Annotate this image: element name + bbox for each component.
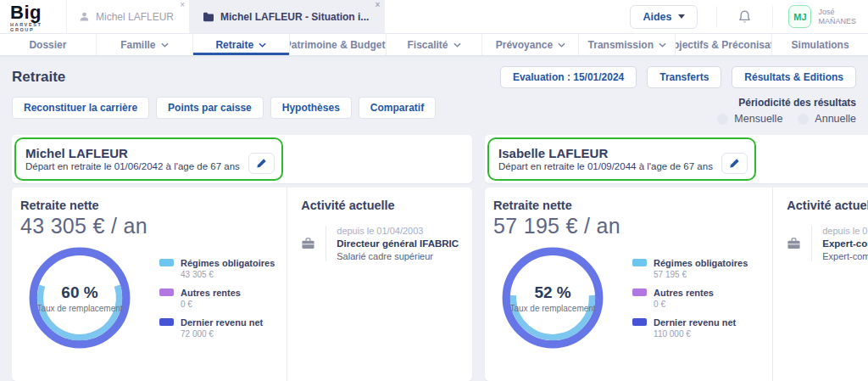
nav-transmission[interactable]: Transmission	[578, 34, 675, 55]
aides-label: Aides	[643, 11, 671, 23]
activity-role: Expert-comptable (CABINET E...	[822, 238, 868, 249]
person-name: Michel LAFLEUR	[25, 146, 240, 161]
user-name: José MAÑANES	[818, 8, 856, 26]
pencil-icon	[256, 158, 267, 169]
chevron-down-icon	[453, 42, 461, 48]
rate-value: 52 %	[534, 283, 570, 302]
replacement-rate-donut: 52 % Taux de remplacement	[500, 245, 605, 350]
rate-caption: Taux de remplacement	[36, 304, 122, 313]
rate-value: 60 %	[61, 283, 97, 302]
pension-title: Retraite nette	[20, 199, 275, 212]
logo-subtext: HARVEST GROUP	[10, 22, 66, 32]
main-nav: Dossier Famille Retraite Patrimoine & Bu…	[0, 34, 868, 56]
avatar[interactable]: MJ	[788, 5, 811, 28]
resultats-editions-button[interactable]: Résultats & Editions	[732, 66, 856, 88]
topbar: Big HARVEST GROUP Michel LAFLEUR × Miche…	[0, 0, 868, 34]
legend-item: Régimes obligatoires 57 195 €	[632, 258, 748, 279]
chevron-down-icon	[678, 14, 685, 19]
person-card-michel: Michel LAFLEUR Départ en retraite le 01/…	[12, 135, 472, 381]
comparatif-button[interactable]: Comparatif	[359, 97, 436, 119]
legend-swatch	[632, 289, 647, 296]
evaluation-button[interactable]: Evaluation : 15/01/2024	[500, 66, 637, 88]
chevron-down-icon	[659, 42, 666, 48]
content: Retraite Evaluation : 15/01/2024 Transfe…	[0, 56, 868, 381]
logo-text: Big	[10, 3, 66, 22]
radio-mensuelle[interactable]: Mensuelle	[717, 113, 782, 125]
close-icon[interactable]: ×	[376, 1, 381, 9]
divider	[811, 226, 812, 261]
aides-button[interactable]: Aides	[630, 5, 698, 29]
folder-icon	[203, 12, 214, 22]
legend-item: Autres rentes 0 €	[159, 288, 275, 309]
person-departure: Départ en retraite le 01/09/2044 à l'age…	[498, 161, 713, 171]
legend-swatch	[159, 289, 174, 296]
donut-legend: Régimes obligatoires 43 305 € Autres ren…	[159, 258, 275, 339]
nav-prevoyance[interactable]: Prévoyance	[481, 34, 578, 55]
tab-client[interactable]: Michel LAFLEUR ×	[66, 0, 190, 33]
legend-swatch	[159, 259, 174, 266]
legend-item: Autres rentes 0 €	[632, 288, 748, 309]
nav-famille[interactable]: Famille	[96, 34, 192, 55]
legend-swatch	[632, 318, 647, 326]
person-name: Isabelle LAFLEUR	[498, 146, 713, 161]
user-menu[interactable]: MJ José MAÑANES	[773, 5, 856, 28]
legend-swatch	[632, 259, 647, 266]
activity-pane: Activité actuelle depuis le 01/04/2003 D…	[287, 188, 472, 381]
periodicity-label: Périodicité des résultats	[717, 97, 856, 109]
close-icon[interactable]: ×	[180, 1, 185, 9]
person-header: Michel LAFLEUR Départ en retraite le 01/…	[12, 135, 472, 183]
nav-simulations[interactable]: Simulations	[771, 34, 868, 55]
activity-status: Expert-comptable	[822, 251, 868, 261]
pension-title: Retraite nette	[493, 199, 760, 212]
rate-caption: Taux de remplacement	[509, 304, 595, 313]
replacement-rate-donut: 60 % Taux de remplacement	[27, 245, 132, 350]
activity-title: Activité actuelle	[301, 199, 459, 212]
nav-dossier[interactable]: Dossier	[0, 34, 96, 55]
radio-annuelle[interactable]: Annuelle	[798, 113, 856, 125]
person-header: Isabelle LAFLEUR Départ en retraite le 0…	[485, 135, 868, 183]
person-selected-box[interactable]: Michel LAFLEUR Départ en retraite le 01/…	[14, 137, 283, 181]
donut-legend: Régimes obligatoires 57 195 € Autres ren…	[632, 258, 748, 339]
bell-icon[interactable]	[737, 9, 752, 25]
page-title: Retraite	[12, 69, 65, 86]
activity-pane: Activité actuelle depuis le 01/02/2010 E…	[772, 188, 868, 381]
nav-objectifs[interactable]: Objectifs & Préconisati..	[675, 34, 771, 55]
nav-fiscalite[interactable]: Fiscalité	[386, 34, 482, 55]
pencil-icon	[729, 158, 740, 169]
tab-client-label: Michel LAFLEUR	[96, 11, 174, 23]
person-icon	[79, 11, 90, 22]
app-logo: Big HARVEST GROUP	[0, 0, 66, 33]
edit-departure-button[interactable]	[721, 153, 748, 174]
activity-status: Salarié cadre supérieur	[337, 251, 459, 261]
radio-circle-icon[interactable]	[717, 114, 728, 125]
reconstituer-carriere-button[interactable]: Reconstituer la carrière	[12, 97, 149, 119]
radio-circle-icon[interactable]	[798, 114, 809, 125]
legend-item: Dernier revenu net 72 000 €	[159, 317, 275, 339]
briefcase-icon	[301, 237, 315, 250]
legend-item: Dernier revenu net 110 000 €	[632, 317, 748, 339]
chevron-down-icon	[161, 42, 169, 48]
points-par-caisse-button[interactable]: Points par caisse	[156, 97, 264, 119]
tab-situation-label: Michel LAFLEUR - Situation i...	[220, 11, 369, 23]
periodicity-block: Périodicité des résultats Mensuelle Annu…	[717, 97, 856, 125]
briefcase-icon	[787, 237, 801, 250]
person-card-isabelle: Isabelle LAFLEUR Départ en retraite le 0…	[485, 135, 868, 381]
pension-pane: Retraite nette 57 195 € / an 52 % Taux d…	[485, 188, 772, 381]
activity-since: depuis le 01/02/2010	[822, 226, 868, 236]
pension-amount: 57 195 € / an	[493, 214, 760, 238]
transferts-button[interactable]: Transferts	[647, 66, 721, 88]
chevron-down-icon	[259, 42, 266, 48]
chevron-down-icon	[558, 42, 565, 48]
legend-swatch	[159, 318, 174, 326]
person-selected-box[interactable]: Isabelle LAFLEUR Départ en retraite le 0…	[487, 137, 756, 181]
person-departure: Départ en retraite le 01/06/2042 à l'age…	[25, 161, 240, 171]
nav-retraite[interactable]: Retraite	[192, 34, 289, 55]
tab-situation[interactable]: Michel LAFLEUR - Situation i... ×	[190, 0, 385, 33]
edit-departure-button[interactable]	[248, 153, 275, 174]
pension-pane: Retraite nette 43 305 € / an 60 % Taux d…	[12, 188, 287, 381]
nav-patrimoine-budget[interactable]: Patrimoine & Budget	[289, 34, 386, 55]
activity-since: depuis le 01/04/2003	[337, 226, 459, 236]
activity-title: Activité actuelle	[787, 199, 868, 212]
hypotheses-button[interactable]: Hypothèses	[270, 97, 352, 119]
activity-role: Directeur général IFABRIC	[337, 238, 459, 249]
